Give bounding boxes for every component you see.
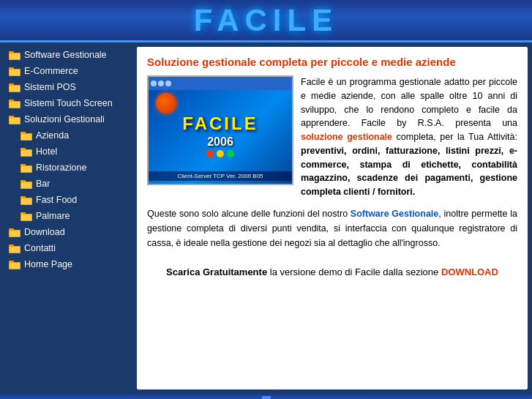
sidebar-item-0[interactable]: Software Gestionale	[4, 47, 132, 63]
sidebar-item-9[interactable]: Fast Food	[4, 192, 132, 208]
folder-icon	[20, 163, 32, 173]
sidebar-item-label: Bar	[36, 179, 50, 189]
download-link[interactable]: DOWNLOAD	[441, 266, 498, 277]
content-area: Soluzione gestionale completa per piccol…	[137, 47, 528, 389]
sidebar-item-2[interactable]: Sistemi POS	[4, 79, 132, 95]
folder-icon	[9, 228, 20, 237]
tb-dot3	[165, 81, 171, 86]
sidebar-item-label: Download	[24, 227, 65, 237]
download-section: Scarica Gratuitamente la versione demo d…	[147, 261, 517, 277]
folder-icon	[20, 212, 32, 221]
sidebar-item-7[interactable]: Ristorazione	[4, 160, 132, 176]
svg-rect-13	[9, 116, 14, 118]
img-globe-icon	[156, 93, 176, 113]
svg-rect-34	[9, 228, 14, 231]
svg-rect-16	[20, 132, 26, 134]
intro-plain: Facile è un programma gestionale adatto …	[301, 77, 517, 128]
svg-rect-2	[10, 53, 20, 59]
page-title: Soluzione gestionale completa per piccol…	[147, 56, 517, 68]
svg-rect-25	[20, 180, 26, 182]
svg-rect-26	[21, 182, 31, 188]
img-caption: Client-Server TCP Ver. 2006 B05	[149, 171, 292, 181]
svg-rect-20	[21, 150, 31, 156]
svg-rect-7	[9, 83, 14, 86]
svg-rect-14	[10, 118, 20, 124]
svg-rect-29	[21, 198, 31, 204]
sidebar-item-label: Palmare	[36, 211, 70, 221]
svg-rect-41	[10, 263, 20, 269]
svg-rect-31	[20, 212, 26, 215]
para2-pre: Queste sono solo alcune delle funzioni d…	[147, 209, 351, 219]
sidebar-item-1[interactable]: E-Commerce	[4, 63, 132, 79]
svg-rect-32	[21, 215, 31, 220]
svg-rect-11	[10, 102, 20, 108]
sidebar-item-label: Soluzioni Gestionali	[24, 114, 105, 124]
img-product-title: FACILE	[182, 113, 258, 134]
svg-rect-35	[10, 231, 20, 236]
sidebar-item-label: Ristorazione	[36, 163, 86, 173]
content-body: FACILE 2006 Client-Server TCP Ver. 2006 …	[147, 75, 517, 199]
download-mid: la versione demo di Facile dalla sezione	[267, 266, 441, 277]
intro-red: soluzione gestionale	[301, 132, 392, 142]
folder-icon	[9, 83, 20, 92]
sidebar: Software Gestionale E-Commerce Sistemi P…	[4, 47, 132, 389]
svg-rect-5	[10, 70, 20, 75]
tb-dot1	[151, 81, 157, 86]
img-toolbar	[149, 77, 292, 90]
svg-rect-37	[9, 245, 14, 247]
para2-blue: Software Gestionale	[351, 209, 438, 219]
sidebar-item-label: E-Commerce	[24, 66, 78, 76]
download-pre: Scarica Gratuitamente	[166, 266, 267, 277]
main-layout: Software Gestionale E-Commerce Sistemi P…	[0, 42, 532, 394]
intro-text: Facile è un programma gestionale adatto …	[301, 75, 517, 199]
sidebar-item-label: Azienda	[36, 130, 69, 141]
folder-icon	[9, 260, 20, 269]
svg-rect-38	[10, 247, 20, 253]
sidebar-item-13[interactable]: Home Page	[4, 256, 132, 272]
folder-icon	[9, 244, 20, 253]
sidebar-item-3[interactable]: Sistemi Touch Screen	[4, 95, 132, 111]
folder-icon	[20, 179, 32, 189]
img-year: 2006	[207, 135, 233, 149]
img-dots	[206, 150, 234, 157]
dot-yellow	[217, 150, 224, 157]
sidebar-item-10[interactable]: Palmare	[4, 208, 132, 224]
folder-icon	[20, 147, 32, 157]
sidebar-item-5[interactable]: Azienda	[4, 127, 132, 143]
intro-plain2: completa, per la Tua Attività:	[392, 132, 517, 142]
folder-icon	[20, 195, 32, 205]
header: FACILE	[0, 0, 532, 42]
site-logo-title: FACILE	[194, 3, 338, 38]
folder-icon	[20, 131, 32, 141]
svg-rect-40	[9, 261, 14, 263]
svg-rect-19	[20, 148, 26, 150]
svg-rect-22	[20, 164, 26, 166]
footer	[0, 394, 532, 399]
svg-rect-28	[20, 196, 26, 198]
svg-rect-8	[10, 86, 20, 92]
sidebar-item-4[interactable]: Soluzioni Gestionali	[4, 111, 132, 127]
svg-rect-1	[9, 51, 14, 53]
folder-icon	[9, 67, 20, 76]
dot-green	[227, 150, 234, 157]
sidebar-item-12[interactable]: Contatti	[4, 240, 132, 256]
sidebar-item-label: Contatti	[24, 243, 56, 253]
sidebar-item-label: Hotel	[36, 146, 57, 157]
folder-icon	[9, 51, 20, 60]
sidebar-item-label: Software Gestionale	[24, 50, 107, 60]
svg-rect-23	[21, 166, 31, 172]
svg-rect-17	[21, 134, 31, 140]
sidebar-item-11[interactable]: Download	[4, 224, 132, 240]
tb-dot2	[158, 81, 164, 86]
sidebar-item-label: Sistemi Touch Screen	[24, 98, 113, 108]
sidebar-item-label: Sistemi POS	[24, 82, 76, 92]
folder-icon	[9, 99, 20, 108]
sidebar-item-8[interactable]: Bar	[4, 176, 132, 192]
svg-rect-10	[9, 100, 14, 102]
sidebar-item-label: Fast Food	[36, 195, 77, 205]
svg-rect-4	[9, 67, 14, 70]
sidebar-item-6[interactable]: Hotel	[4, 143, 132, 160]
footer-bar-icon	[262, 396, 271, 399]
full-paragraph: Queste sono solo alcune delle funzioni d…	[147, 206, 517, 250]
bold-list: preventivi, ordini, fatturazione, listin…	[301, 146, 517, 197]
